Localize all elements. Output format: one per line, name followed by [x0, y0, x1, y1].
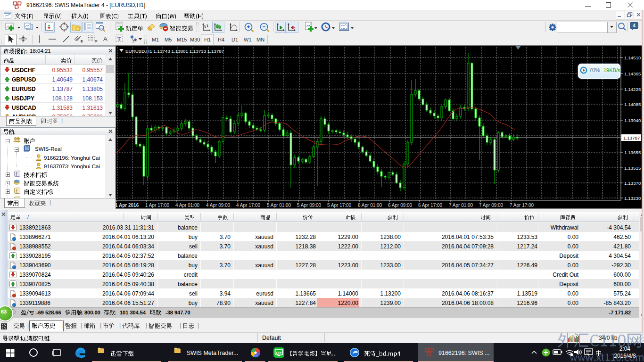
svg-text:1.13940: 1.13940: [624, 118, 641, 123]
svg-text:6 Apr 01:00: 6 Apr 01:00: [358, 203, 382, 208]
svg-text:4 Apr 01:00: 4 Apr 01:00: [175, 203, 200, 208]
svg-text:1.14365: 1.14365: [624, 71, 641, 76]
svg-text:4 Apr 09:00: 4 Apr 09:00: [206, 203, 231, 208]
svg-text:1 Apr 2016: 1 Apr 2016: [116, 203, 139, 208]
svg-text:1.14225: 1.14225: [624, 87, 641, 92]
svg-text:1.13370: 1.13370: [624, 181, 641, 186]
svg-text:5 Apr 17:00: 5 Apr 17:00: [327, 203, 352, 208]
svg-text:1.13787: 1.13787: [623, 135, 640, 140]
svg-text:6 Apr 17:00: 6 Apr 17:00: [418, 203, 443, 208]
svg-text:1.14085: 1.14085: [624, 102, 641, 107]
svg-text:T: T: [117, 36, 121, 41]
svg-text:1.14510: 1.14510: [624, 55, 641, 60]
svg-text:7 Apr 01:00: 7 Apr 01:00: [449, 203, 473, 208]
svg-text:1.13655: 1.13655: [624, 150, 641, 155]
svg-text:7 Apr 09:00: 7 Apr 09:00: [479, 203, 504, 208]
svg-text:4 Apr 17:00: 4 Apr 17:00: [236, 203, 261, 208]
svg-text:1.13230: 1.13230: [624, 196, 641, 201]
svg-text:4: 4: [633, 23, 636, 28]
svg-text:7 Apr 17:00: 7 Apr 17:00: [510, 203, 534, 208]
svg-text:1 Apr 17:00: 1 Apr 17:00: [145, 203, 170, 208]
svg-text:QIY: QIY: [276, 351, 282, 355]
svg-text:E: E: [81, 39, 83, 43]
svg-text:6 Apr 09:00: 6 Apr 09:00: [388, 203, 413, 208]
svg-text:5 Apr 01:00: 5 Apr 01:00: [267, 203, 291, 208]
svg-text:1.13515: 1.13515: [624, 165, 641, 171]
svg-text:5 Apr 09:00: 5 Apr 09:00: [297, 203, 322, 208]
svg-text:F: F: [95, 39, 98, 43]
svg-text:EURUSD,H1 1.13743 1.13801 1.1: EURUSD,H1 1.13743 1.13801 1.13733 1.1378…: [125, 49, 224, 54]
